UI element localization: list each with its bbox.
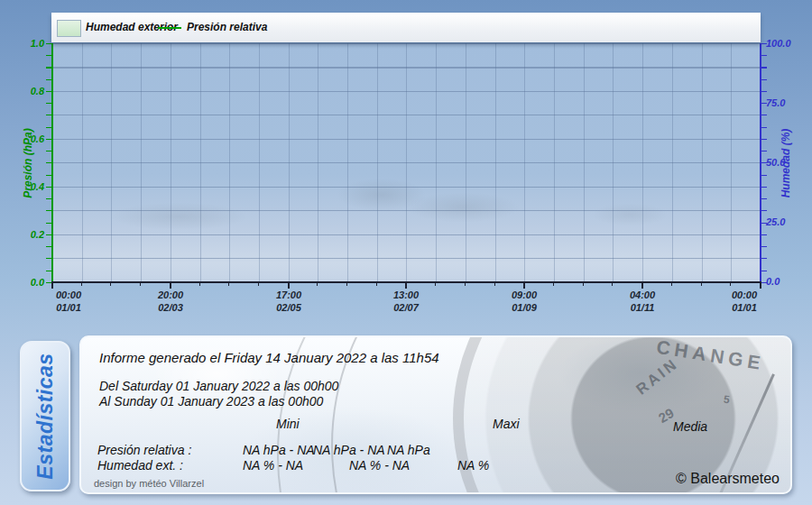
chart-plot-area <box>52 43 761 282</box>
report-period-from: Del Saturday 01 January 2022 a las 00h00 <box>99 379 338 393</box>
legend-decorative-photo <box>690 13 761 42</box>
column-header-mini: Mini <box>276 417 300 431</box>
row-humidity-media: NA % <box>457 458 489 473</box>
report-period-to: Al Sunday 01 January 2023 a las 00h00 <box>99 394 323 409</box>
chart-legend: Humedad exterior Presión relativa <box>51 13 761 42</box>
design-credit: design by météo Villarzel <box>94 478 204 489</box>
x-tick-label: 00:0001/01 <box>732 289 757 314</box>
x-tick-label: 09:0001/09 <box>512 289 537 314</box>
statistics-panel: CHANGE RAIN 29 5 Informe generado el Fri… <box>79 335 792 494</box>
row-humidity-label: Humedad ext. : <box>97 458 183 473</box>
row-pressure-media: NA hPa <box>387 443 430 457</box>
pressure-axis-title: Presión (hPa) <box>22 128 34 197</box>
x-tick-label: 17:0002/05 <box>276 289 301 314</box>
row-pressure-label: Presión relativa : <box>97 443 191 457</box>
report-generated-line: Informe generado el Friday 14 January 20… <box>99 350 439 365</box>
humidity-axis-title: Humedad (%) <box>780 128 792 197</box>
row-humidity-maxi: NA % - NA <box>349 458 410 473</box>
row-pressure-maxi: NA hPa - NA <box>313 443 385 457</box>
pressure-axis-title-wrap: Presión (hPa) <box>18 43 38 282</box>
x-tick-label: 20:0002/03 <box>158 289 183 314</box>
row-pressure-mini: NA hPa - NA <box>243 443 315 457</box>
humidity-axis-title-wrap: Humedad (%) <box>776 43 796 282</box>
time-axis-labels: 00:0001/01 20:0002/03 17:0002/05 13:0002… <box>0 289 812 317</box>
humidity-series-swatch <box>57 20 81 37</box>
column-header-maxi: Maxi <box>493 417 520 431</box>
pressure-axis-line <box>51 43 53 283</box>
x-tick-label: 13:0002/07 <box>393 289 419 314</box>
pressure-series-line-sample <box>158 27 181 29</box>
statistics-report-page: { "legend": { "humidity_label": "Humedad… <box>0 0 812 505</box>
column-header-media: Media <box>673 419 707 434</box>
x-tick-label: 04:0001/11 <box>630 289 655 314</box>
x-tick-label: 00:0001/01 <box>56 289 81 314</box>
row-humidity-mini: NA % - NA <box>243 458 303 473</box>
tab-estadisticas-label: Estadísticas <box>33 353 58 479</box>
legend-pressure-label: Presión relativa <box>187 21 267 33</box>
copyright-text: © Balearsmeteo <box>676 471 780 487</box>
tab-estadisticas[interactable]: Estadísticas <box>20 341 70 491</box>
